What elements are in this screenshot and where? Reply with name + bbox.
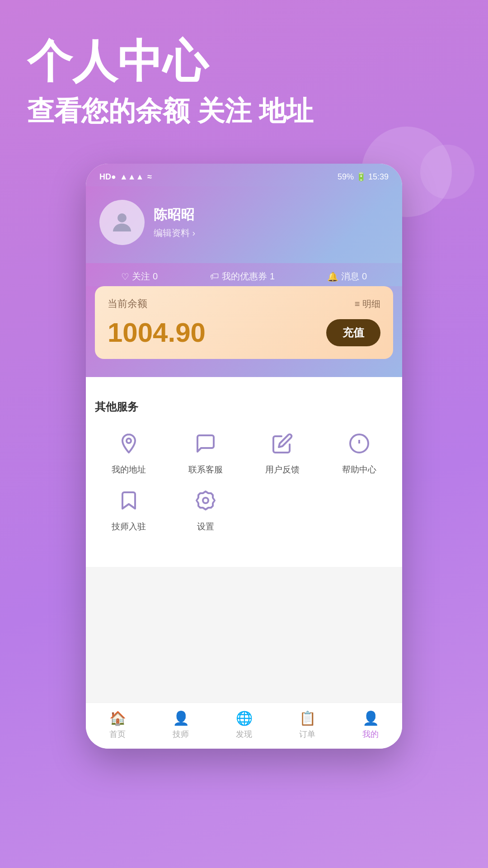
services-grid-row2: 技师入驻 设置 [95,485,393,533]
profile-info: 陈昭昭 编辑资料 › [154,206,195,239]
message-count: 0 [362,271,367,282]
follow-label: 关注 [132,270,150,283]
service-help[interactable]: 帮助中心 [325,428,393,476]
service-technician-join[interactable]: 技师入驻 [95,485,163,533]
svg-point-1 [127,439,131,443]
balance-top: 当前余额 ≡ 明细 [108,297,380,311]
home-nav-label: 首页 [109,729,126,740]
time-display: 15:39 [368,172,389,181]
battery-icon: 🔋 [356,172,368,181]
empty-space [86,567,402,703]
settings-label: 设置 [197,521,214,533]
coupon-count: 1 [270,271,275,282]
technician-nav-icon: 👤 [173,710,189,726]
discover-nav-label: 发现 [236,729,252,740]
discover-nav-icon: 🌐 [236,710,253,726]
svg-marker-5 [197,491,215,509]
mine-nav-label: 我的 [362,729,379,740]
services-grid-row1: 我的地址 联系客服 用户反馈 [95,428,393,476]
balance-amount-row: 1004.90 充值 [108,317,380,348]
svg-point-0 [117,213,127,222]
status-right: 59% 🔋 15:39 [338,172,389,182]
recharge-button[interactable]: 充值 [326,319,380,346]
mine-nav-icon: 👤 [362,710,379,726]
help-icon [343,428,375,459]
home-nav-icon: 🏠 [109,710,126,726]
nav-technician[interactable]: 👤 技师 [173,710,189,740]
service-customer[interactable]: 联系客服 [172,428,239,476]
svg-point-6 [203,498,208,503]
address-label: 我的地址 [112,464,146,476]
nav-discover[interactable]: 🌐 发现 [236,710,253,740]
signal-icon: HD● [99,172,116,182]
follow-stat[interactable]: ♡ 关注 0 [121,270,158,283]
balance-amount: 1004.90 [108,317,206,348]
bell-icon: 🔔 [327,271,338,282]
bottom-nav: 🏠 首页 👤 技师 🌐 发现 📋 订单 👤 我的 [86,703,402,749]
status-bar: HD● ▲▲▲ ≈ 59% 🔋 15:39 [86,164,402,186]
profile-name: 陈昭昭 [154,206,195,224]
balance-card: 当前余额 ≡ 明细 1004.90 充值 [95,286,393,359]
service-address[interactable]: 我的地址 [95,428,163,476]
message-stat[interactable]: 🔔 消息 0 [327,270,367,283]
phone-mockup: HD● ▲▲▲ ≈ 59% 🔋 15:39 陈昭昭 编辑资料 › ♡ 关注 0 [86,164,402,749]
network-bars: ▲▲▲ [120,172,144,182]
heart-icon: ♡ [121,271,129,282]
coupon-icon: 🏷 [210,271,219,282]
technician-nav-label: 技师 [173,729,189,740]
settings-icon [190,485,221,516]
header-section: 个人中心 查看您的余额 关注 地址 [0,0,488,146]
profile-header: 陈昭昭 编辑资料 › [86,186,402,263]
edit-profile-link[interactable]: 编辑资料 › [154,227,195,239]
bottom-padding [0,749,488,785]
feedback-label: 用户反馈 [265,464,300,476]
status-left: HD● ▲▲▲ ≈ [99,172,152,182]
service-settings[interactable]: 设置 [172,485,239,533]
nav-orders[interactable]: 📋 订单 [299,710,316,740]
customer-label: 联系客服 [188,464,223,476]
nav-mine[interactable]: 👤 我的 [362,710,379,740]
avatar[interactable] [99,200,145,245]
technician-join-label: 技师入驻 [112,521,146,533]
bookmark-icon [113,485,145,516]
coupon-label: 我的优惠券 [222,270,267,283]
nav-home[interactable]: 🏠 首页 [109,710,126,740]
chat-icon [190,428,221,459]
balance-label: 当前余额 [108,297,147,311]
orders-nav-icon: 📋 [299,710,316,726]
empty-slot-1 [249,485,316,533]
follow-count: 0 [153,271,158,282]
orders-nav-label: 订单 [299,729,315,740]
balance-detail-btn[interactable]: ≡ 明细 [355,298,380,310]
page-title: 个人中心 [27,36,461,86]
feedback-icon [267,428,298,459]
page-subtitle: 查看您的余额 关注 地址 [27,95,461,127]
content-area: 其他服务 我的地址 联系客服 [86,386,402,567]
coupon-stat[interactable]: 🏷 我的优惠券 1 [210,270,275,283]
address-icon [113,428,145,459]
deco-circle2 [420,145,474,199]
wifi-icon: ≈ [147,172,152,182]
help-label: 帮助中心 [342,464,376,476]
services-title: 其他服务 [95,400,393,414]
empty-slot-2 [325,485,393,533]
service-feedback[interactable]: 用户反馈 [249,428,316,476]
message-label: 消息 [341,270,359,283]
battery-level: 59% [338,172,354,181]
